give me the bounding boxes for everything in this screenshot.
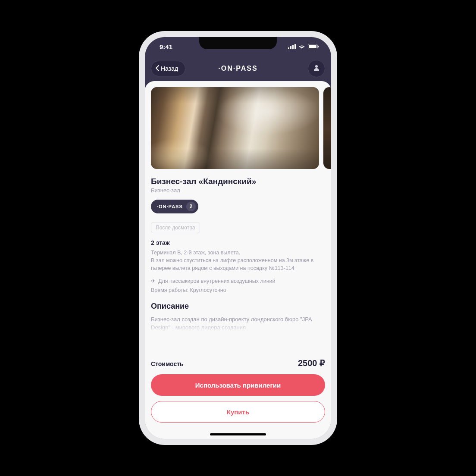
nav-bar: Назад ·ON·PASS	[145, 56, 331, 81]
price-value: 2500 ₽	[298, 358, 325, 368]
use-privileges-button[interactable]: Использовать привилегии	[151, 374, 325, 396]
back-label: Назад	[161, 65, 178, 72]
primary-button-label: Использовать привилегии	[195, 382, 281, 389]
scroll-area[interactable]: Бизнес-зал «Кандинский» Бизнес-зал ·ON·P…	[145, 81, 331, 354]
profile-button[interactable]	[308, 60, 325, 77]
buy-button[interactable]: Купить	[151, 401, 325, 423]
zone-tag: После досмотра	[151, 222, 200, 233]
svg-rect-0	[288, 47, 289, 49]
lounge-photo-next[interactable]	[323, 87, 331, 169]
svg-point-7	[315, 65, 318, 68]
svg-rect-6	[318, 46, 319, 47]
badge-count: 2	[186, 202, 196, 211]
svg-rect-5	[309, 45, 316, 48]
lounge-photo[interactable]	[151, 87, 319, 169]
status-time: 9:41	[160, 43, 172, 50]
price-label: Стоимость	[151, 360, 184, 367]
app-title: ·ON·PASS	[218, 65, 257, 72]
svg-rect-3	[294, 44, 296, 49]
onpass-badge[interactable]: ·ON·PASS 2	[151, 200, 198, 213]
badge-label: ·ON·PASS	[157, 204, 183, 209]
home-indicator[interactable]	[210, 433, 266, 435]
chevron-left-icon	[156, 65, 159, 72]
description-heading: Описание	[151, 302, 325, 311]
lounge-subtitle: Бизнес-зал	[151, 187, 325, 194]
working-hours: Время работы: Круглосуточно	[151, 286, 325, 294]
battery-icon	[308, 43, 319, 50]
lounge-title: Бизнес-зал «Кандинский»	[151, 177, 325, 186]
floor-label: 2 этаж	[151, 239, 325, 246]
signal-icon	[288, 43, 296, 50]
svg-rect-2	[292, 45, 294, 49]
screen: 9:41 Назад ·ON·PASS	[145, 37, 331, 439]
description-fade	[151, 322, 325, 332]
back-button[interactable]: Назад	[151, 61, 185, 76]
content-card: Бизнес-зал «Кандинский» Бизнес-зал ·ON·P…	[145, 81, 331, 439]
secondary-button-label: Купить	[227, 408, 249, 416]
wifi-icon	[298, 43, 305, 50]
image-gallery[interactable]	[151, 87, 325, 169]
passengers-note: Для пассажиров внутренних воздушных лини…	[158, 277, 276, 285]
user-icon	[313, 64, 320, 73]
notch	[199, 37, 277, 49]
phone-frame: 9:41 Назад ·ON·PASS	[139, 31, 337, 445]
location-text: Терминал B, 2-й этаж, зона вылета. В зал…	[151, 249, 325, 272]
plane-icon: ✈	[151, 277, 156, 285]
bottom-bar: Стоимость 2500 ₽ Использовать привилегии…	[145, 354, 331, 439]
svg-rect-1	[290, 46, 291, 49]
